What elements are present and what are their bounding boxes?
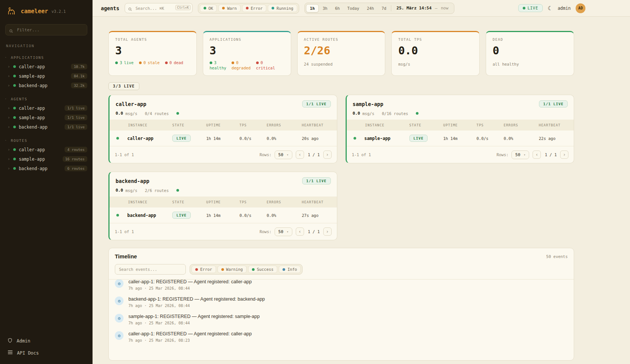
time-range-group: 1h 3h 6h Today 24h 7d 25. März 14:54 — n… [304, 3, 454, 14]
timeline-event[interactable]: ⚙ caller-app-1: REGISTERED — Agent regis… [109, 279, 574, 293]
sidebar-item-routes-backend-app[interactable]: › backend-app 6 routes [0, 164, 93, 173]
filter-pill-warn[interactable]: Warn [218, 5, 240, 12]
sidebar-section-header-applications[interactable]: · APPLICATIONS [0, 54, 93, 62]
next-page-button[interactable]: › [323, 227, 332, 236]
health-dot-icon [176, 189, 179, 192]
timeline-filter-warning[interactable]: Warning [218, 266, 247, 273]
sidebar-item-app-backend-app[interactable]: › backend-app 32.2k [0, 81, 93, 90]
timeline-event[interactable]: ⚙ caller-app-1: REGISTERED — Agent regis… [109, 328, 574, 346]
time-range-3h[interactable]: 3h [319, 5, 331, 12]
filter-pill-error[interactable]: Error [242, 5, 267, 12]
avatar[interactable]: AD [576, 3, 585, 13]
sidebar-item-agent-caller-app[interactable]: › caller-app 1/1 live [0, 103, 93, 113]
table-row[interactable]: backend-app LIVE 1h 14m 0.0/s 0.0% 27s a… [110, 207, 337, 223]
sidebar-item-label: backend-app [19, 166, 48, 171]
timeline-event[interactable]: ⚙ sample-app-1: REGISTERED — Agent regis… [109, 311, 574, 328]
app-card-caller-app: caller-app 1/1 LIVE 0.0 msg/s 0/4 routes… [108, 95, 337, 163]
camel-icon [7, 6, 17, 17]
time-range-1h[interactable]: 1h [306, 4, 319, 12]
sidebar-section-label: ROUTES [11, 138, 28, 143]
rows-label: Rows: [259, 152, 272, 157]
app-version: v3.2.1 [51, 9, 66, 14]
next-page-button[interactable]: › [323, 151, 332, 159]
stat-label: TOTAL TPS [398, 37, 473, 41]
stat-value: 3 [115, 44, 190, 57]
moon-icon: ☾ [548, 5, 553, 11]
cell-uptime: 1h 14m [443, 136, 477, 141]
status-dot-icon [13, 148, 16, 151]
stat-value: 2/26 [304, 44, 379, 57]
app-name[interactable]: backend-app [116, 178, 149, 184]
topbar: agents Ctrl+K OK Warn Error Ru [93, 0, 630, 17]
prev-page-button[interactable]: ‹ [296, 151, 304, 159]
sidebar-item-agent-backend-app[interactable]: › backend-app 1/1 live [0, 122, 93, 132]
sidebar-link-admin[interactable]: Admin [8, 338, 85, 344]
table-row[interactable]: sample-app LIVE 1h 14m 0.0/s 0.0% 22s ag… [347, 131, 574, 146]
rows-per-page-select[interactable]: 50 ▾ [275, 151, 292, 159]
table-row[interactable]: caller-app LIVE 1h 14m 0.0/s 0.0% 20s ag… [110, 131, 337, 146]
time-range-24h[interactable]: 24h [363, 5, 378, 12]
prev-page-button[interactable]: ‹ [533, 151, 541, 159]
time-range-6h[interactable]: 6h [331, 5, 344, 12]
sidebar-item-label: caller-app [19, 106, 45, 111]
app-stats-line: 0.0 msg/s 0/16 routes [347, 111, 574, 120]
rows-per-page-select[interactable]: 50 ▾ [511, 151, 529, 159]
status-dot-icon [116, 137, 119, 140]
col-uptime: UPTIME [206, 123, 239, 127]
stat-sub: all healthy [493, 62, 567, 66]
timeline-events[interactable]: ⚙ caller-app-1: REGISTERED — Agent regis… [109, 279, 574, 360]
sidebar-section-header-agents[interactable]: · AGENTS [0, 95, 93, 103]
gear-icon: ⚙ [115, 279, 124, 288]
docs-icon [8, 350, 13, 356]
sidebar-item-routes-sample-app[interactable]: › sample-app 16 routes [0, 154, 93, 164]
stat-detail-stale: 0stale [139, 60, 160, 65]
sidebar-item-app-sample-app[interactable]: › sample-app 84.1k [0, 71, 93, 81]
stat-detail-live: 3live [115, 60, 134, 65]
sidebar-item-badge: 1/1 live [65, 115, 87, 120]
live-toggle[interactable]: LIVE [518, 4, 543, 12]
health-dot-icon [416, 112, 418, 115]
app-live-badge: 1/1 LIVE [302, 100, 331, 108]
apps-grid: caller-app 1/1 LIVE 0.0 msg/s 0/4 routes… [108, 95, 574, 240]
app-name[interactable]: sample-app [353, 101, 383, 107]
app-logo[interactable]: cameleer v3.2.1 [0, 0, 93, 20]
timeline-filter-success[interactable]: Success [248, 266, 277, 273]
timeline-event[interactable]: ⚙ backend-app-1: REGISTERED — Agent regi… [109, 293, 574, 311]
sidebar-item-app-caller-app[interactable]: › caller-app 10.7k [0, 62, 93, 71]
timeline-filter-info[interactable]: Info [279, 266, 301, 273]
timeline-search-input[interactable] [115, 264, 186, 275]
cell-tps: 0.0/s [477, 136, 504, 141]
sidebar-item-routes-caller-app[interactable]: › caller-app 4 routes [0, 145, 93, 154]
status-dot-icon [222, 7, 225, 9]
prev-page-button[interactable]: ‹ [296, 227, 304, 236]
filter-input[interactable] [5, 24, 87, 35]
dark-mode-toggle[interactable]: ☾ [548, 5, 553, 11]
chevron-right-icon: › [8, 166, 10, 171]
sidebar-item-agent-sample-app[interactable]: › sample-app 1/1 live [0, 113, 93, 122]
timeline-filter-error[interactable]: Error [191, 266, 216, 273]
sidebar-item-badge: 4 routes [65, 147, 87, 152]
filter-pill-running[interactable]: Running [268, 5, 297, 12]
sidebar-link-api-docs[interactable]: API Docs [8, 350, 85, 356]
event-title: sample-app-1: REGISTERED — Agent registe… [128, 314, 259, 319]
status-dot-icon [272, 7, 274, 9]
filter-pill-ok[interactable]: OK [200, 5, 217, 12]
col-instance: INSTANCE [116, 123, 172, 127]
time-range-7d[interactable]: 7d [378, 5, 390, 12]
cell-errors: 0.0% [504, 136, 539, 141]
next-page-button[interactable]: › [560, 151, 568, 159]
app-name[interactable]: caller-app [116, 101, 146, 107]
gear-icon: ⚙ [115, 314, 124, 323]
stat-label: APPLICATIONS [210, 37, 284, 41]
rows-per-page-select[interactable]: 50 ▾ [275, 227, 292, 236]
chevron-right-icon: › [326, 152, 329, 157]
date-range-separator: — [435, 6, 438, 11]
time-range-today[interactable]: Today [344, 5, 363, 12]
app-live-badge: 1/1 LIVE [539, 100, 568, 108]
sidebar-section-header-routes[interactable]: · ROUTES [0, 137, 93, 145]
topbar-right: LIVE ☾ admin AD [518, 3, 585, 13]
user-name: admin [557, 6, 571, 11]
live-dot-icon [523, 7, 525, 9]
status-dot-icon [210, 61, 212, 64]
sidebar-footer: Admin API Docs [0, 333, 93, 364]
